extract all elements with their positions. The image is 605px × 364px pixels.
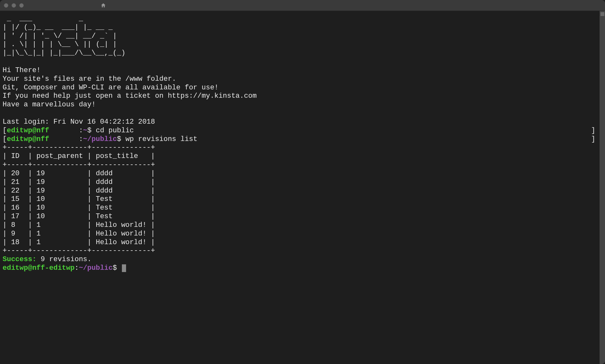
terminal-wrapper: _ ___ _ | |/ (_)_ __ ___| |_ __ _ | ' /|… <box>0 11 605 364</box>
prompt-colon: : <box>79 135 83 143</box>
table-row: | 17 | 10 | Test | <box>3 212 155 220</box>
table-row: | 9 | 1 | Hello world! | <box>3 230 155 238</box>
motd-line: Git, Composer and WP-CLI are all availab… <box>3 84 218 92</box>
table-row: | 22 | 19 | dddd | <box>3 187 155 195</box>
success-message: 9 revisions. <box>37 255 92 263</box>
window-titlebar <box>0 0 605 11</box>
table-header: | ID | post_parent | post_title | <box>3 152 155 160</box>
cursor-block <box>122 264 126 272</box>
table-row: | 18 | 1 | Hello world! | <box>3 238 155 246</box>
success-label: Success: <box>3 255 37 263</box>
scrollbar-corner-icon <box>601 12 604 16</box>
prompt-user-host: editwp@nff-editwp <box>3 264 74 272</box>
home-icon <box>100 3 106 8</box>
prompt-spacer <box>49 135 79 143</box>
prompt-dollar: $ <box>113 264 121 272</box>
table-row: | 15 | 10 | Test | <box>3 195 155 203</box>
bracket-close: ] <box>591 135 597 144</box>
shell-prompt-line: [editwp@nff :~$ cd public] <box>3 127 597 135</box>
scrollbar-thumb[interactable] <box>600 11 605 364</box>
terminal-output[interactable]: _ ___ _ | |/ (_)_ __ ___| |_ __ _ | ' /|… <box>0 11 599 364</box>
command-text: wp revisions list <box>125 135 197 143</box>
last-login: Last login: Fri Nov 16 04:22:12 2018 <box>3 118 155 126</box>
motd-line: If you need help just open a ticket on h… <box>3 92 257 100</box>
motd-line: Have a marvellous day! <box>3 101 96 109</box>
prompt-dollar: $ <box>87 127 96 135</box>
bracket-open: [ <box>3 135 7 143</box>
table-row: | 16 | 10 | Test | <box>3 204 155 212</box>
motd-line: Your site's files are in the /www folder… <box>3 75 176 83</box>
traffic-lights <box>4 3 24 8</box>
table-row: | 8 | 1 | Hello world! | <box>3 221 155 229</box>
prompt-user-host: editwp@nff <box>7 135 49 143</box>
prompt-user-host: editwp@nff <box>7 127 49 135</box>
command-text: cd public <box>96 127 134 135</box>
prompt-colon: : <box>74 264 79 272</box>
prompt-path: ~/public <box>79 264 113 272</box>
scrollbar-track[interactable] <box>599 11 605 364</box>
bracket-close: ] <box>591 127 597 135</box>
prompt-path: ~ <box>83 127 87 135</box>
motd-greeting: Hi There! <box>3 66 41 74</box>
table-border: +-----+-------------+--------------+ <box>3 144 155 152</box>
minimize-window-button[interactable] <box>12 3 16 8</box>
table-row: | 21 | 19 | dddd | <box>3 178 155 186</box>
close-window-button[interactable] <box>4 3 8 8</box>
prompt-dollar: $ <box>117 135 125 143</box>
ascii-art-logo: _ ___ _ | |/ (_)_ __ ___| |_ __ _ | ' /|… <box>3 15 125 57</box>
table-border: +-----+-------------+--------------+ <box>3 247 155 255</box>
maximize-window-button[interactable] <box>19 3 24 8</box>
prompt-spacer <box>49 127 79 135</box>
prompt-colon: : <box>79 127 83 135</box>
bracket-open: [ <box>3 127 7 135</box>
table-border: +-----+-------------+--------------+ <box>3 161 155 169</box>
shell-prompt-line: [editwp@nff :~/public$ wp revisions list… <box>3 135 597 144</box>
table-row: | 20 | 19 | dddd | <box>3 170 155 178</box>
prompt-path: ~/public <box>83 135 117 143</box>
